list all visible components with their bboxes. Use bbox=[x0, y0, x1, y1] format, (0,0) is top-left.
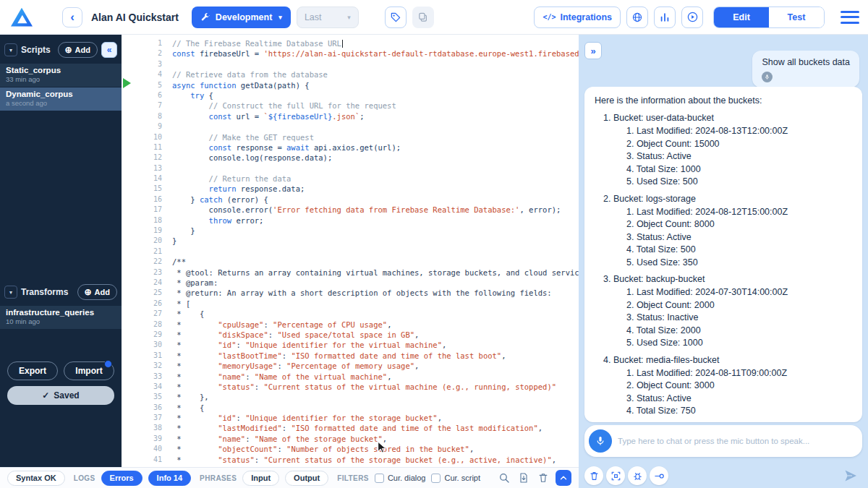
line-number: 26 bbox=[122, 299, 172, 309]
line-number: 6 bbox=[122, 90, 172, 100]
mic-button[interactable] bbox=[589, 429, 612, 453]
scripts-collapse-chevron-icon[interactable]: ▾ bbox=[4, 43, 17, 56]
code-line[interactable]: 7 // Construct the full URL for the requ… bbox=[122, 100, 579, 111]
run-dialog-button[interactable] bbox=[681, 7, 703, 28]
clear-logs-button[interactable] bbox=[536, 471, 550, 485]
code-line[interactable]: 37 * "id": "Unique identifier for the st… bbox=[122, 413, 579, 423]
code-line[interactable]: 22/** bbox=[122, 257, 579, 267]
code-line[interactable]: 11 const response = await api.axios.get(… bbox=[122, 142, 579, 153]
code-line[interactable]: 24 * @param: bbox=[122, 278, 579, 288]
export-logs-button[interactable] bbox=[516, 471, 531, 485]
add-script-button[interactable]: ⊕ Add bbox=[58, 42, 98, 58]
input-filter-chip[interactable]: Input bbox=[242, 471, 279, 486]
logo-triangle-icon bbox=[9, 7, 34, 28]
errors-filter-chip[interactable]: Errors bbox=[101, 471, 142, 486]
code-line[interactable]: 12 console.log(response.data); bbox=[122, 153, 579, 163]
expand-logs-panel-button[interactable] bbox=[556, 470, 571, 486]
code-line[interactable]: 14 // Return the data bbox=[122, 174, 579, 184]
statusbar-icons bbox=[497, 470, 571, 486]
code-line[interactable]: 40 * "objectCount": "Number of objects s… bbox=[122, 444, 579, 454]
bucket-field: 5. Used Size: 350 bbox=[626, 257, 852, 270]
transform-name: infrastructure_queries bbox=[6, 308, 116, 317]
code-line[interactable]: 8 const url = `${firebaseUrl}.json`; bbox=[122, 111, 579, 121]
output-filter-chip[interactable]: Output bbox=[285, 471, 328, 486]
edit-tab[interactable]: Edit bbox=[714, 7, 769, 27]
code-editor[interactable]: 1// The Firebase Realtime Database URL2c… bbox=[122, 35, 579, 467]
code-line[interactable]: 31 * "lastBootTime": "ISO formatted date… bbox=[122, 351, 579, 361]
add-transform-button[interactable]: ⊕ Add bbox=[77, 284, 117, 300]
code-line[interactable]: 36 * { bbox=[122, 403, 579, 413]
code-line[interactable]: 15 return response.data; bbox=[122, 184, 579, 194]
code-line[interactable]: 26 * [ bbox=[122, 299, 579, 309]
code-line[interactable]: 29 * "diskSpace": "Used space/total spac… bbox=[122, 330, 579, 340]
code-line[interactable]: 16 } catch (error) { bbox=[122, 194, 579, 205]
save-version-button[interactable] bbox=[385, 7, 407, 28]
line-number: 31 bbox=[122, 351, 172, 361]
back-button[interactable]: ‹ bbox=[62, 7, 82, 27]
code-line[interactable]: 41 * "status": "Current status of the st… bbox=[122, 455, 579, 465]
code-line[interactable]: 27 * { bbox=[122, 309, 579, 319]
send-button[interactable] bbox=[843, 468, 858, 483]
code-line[interactable]: 25 * @return: An array with a short desc… bbox=[122, 288, 579, 298]
code-line[interactable]: 39 * "name": "Name of the storage bucket… bbox=[122, 434, 579, 444]
line-number: 25 bbox=[122, 288, 172, 298]
code-line[interactable]: 1// The Firebase Realtime Database URL bbox=[122, 38, 579, 48]
cur-dialog-checkbox[interactable]: Cur. dialog bbox=[375, 474, 426, 483]
voice-indicator-icon[interactable] bbox=[762, 72, 773, 82]
code-line[interactable]: 28 * "cpuUsage": "Percentage of CPU usag… bbox=[122, 320, 579, 330]
cur-script-checkbox[interactable]: Cur. script bbox=[431, 474, 480, 483]
code-line[interactable]: 33 * "name": "Name of the virtual machin… bbox=[122, 372, 579, 382]
duplicate-button[interactable] bbox=[412, 7, 434, 28]
alan-ai-logo-icon[interactable] bbox=[9, 6, 35, 29]
code-line[interactable]: 35 * }, bbox=[122, 392, 579, 402]
search-logs-button[interactable] bbox=[497, 471, 511, 485]
export-button[interactable]: Export bbox=[7, 361, 58, 380]
trash-icon bbox=[589, 471, 600, 481]
collapse-sidebar-button[interactable]: « bbox=[101, 42, 117, 58]
integrations-button[interactable]: </> Integrations bbox=[534, 7, 621, 28]
script-item-dynamic-corpus[interactable]: Dynamic_corpus a second ago bbox=[0, 87, 122, 111]
analytics-button[interactable] bbox=[654, 7, 676, 28]
environment-dropdown-button[interactable]: Development ▾ bbox=[192, 7, 291, 28]
code-line[interactable]: 4// Retrieve data from the database bbox=[122, 69, 579, 80]
clear-dialog-button[interactable] bbox=[584, 466, 603, 485]
qr-code-button[interactable] bbox=[606, 466, 625, 485]
code-line[interactable]: 2const firebaseUrl = 'https://alan-ai-qu… bbox=[122, 48, 579, 59]
code-line[interactable]: 6 try { bbox=[122, 90, 579, 100]
menu-button[interactable] bbox=[841, 10, 859, 25]
mute-toggle-button[interactable] bbox=[650, 466, 668, 485]
line-number: 19 bbox=[122, 226, 172, 236]
bucket-field: 4. Total Size: 500 bbox=[626, 244, 852, 257]
code-line[interactable]: 23 * @tool: Returns an array containing … bbox=[122, 267, 579, 278]
code-line[interactable]: 30 * "id": "Unique identifier for the vi… bbox=[122, 340, 579, 350]
code-line[interactable]: 19 } bbox=[122, 226, 579, 236]
code-line[interactable]: 21 bbox=[122, 247, 579, 257]
download-file-icon bbox=[518, 472, 529, 484]
code-line[interactable]: 34 * "status": "Current status of the vi… bbox=[122, 382, 579, 392]
user-message-text: Show all buckets data bbox=[762, 57, 850, 67]
web-page-button[interactable] bbox=[626, 7, 648, 28]
top-toolbar: ‹ Alan AI Quickstart Development ▾ Last … bbox=[0, 0, 868, 35]
code-line[interactable]: 17 console.error('Error fetching data fr… bbox=[122, 205, 579, 215]
code-line[interactable]: 32 * "memoryUsage": "Percentage of memor… bbox=[122, 361, 579, 371]
test-tab[interactable]: Test bbox=[769, 7, 824, 27]
code-line[interactable]: 20} bbox=[122, 236, 579, 246]
transform-item-infrastructure-queries[interactable]: infrastructure_queries 10 min ago bbox=[0, 306, 122, 329]
code-line[interactable]: 5async function getData(path) { bbox=[122, 80, 579, 90]
code-line[interactable]: 13 bbox=[122, 163, 579, 174]
debug-bug-button[interactable] bbox=[628, 466, 647, 485]
import-button[interactable]: Import bbox=[64, 361, 114, 380]
code-line[interactable]: 18 throw error; bbox=[122, 215, 579, 226]
script-item-static-corpus[interactable]: Static_corpus 33 min ago bbox=[0, 64, 122, 87]
info-filter-chip[interactable]: Info 14 bbox=[148, 471, 191, 486]
version-select[interactable]: Last ▾ bbox=[297, 7, 359, 28]
code-line[interactable]: 10 // Make the GET request bbox=[122, 132, 579, 142]
transforms-collapse-chevron-icon[interactable]: ▾ bbox=[4, 286, 17, 299]
code-line[interactable]: 3 bbox=[122, 59, 579, 69]
saved-status-button[interactable]: ✓ Saved bbox=[7, 386, 114, 405]
collapse-chat-panel-button[interactable]: » bbox=[584, 42, 602, 59]
chat-input[interactable] bbox=[618, 437, 855, 445]
code-line[interactable]: 9 bbox=[122, 121, 579, 132]
tag-icon bbox=[390, 12, 401, 23]
code-line[interactable]: 38 * "lastModified": "ISO formatted date… bbox=[122, 423, 579, 433]
